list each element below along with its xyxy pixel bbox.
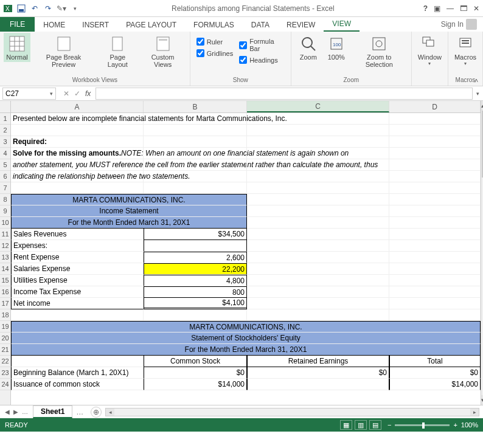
page-break-view-icon[interactable]: ▤ — [369, 420, 381, 430]
vertical-scrollbar[interactable]: ▴ ▾ — [481, 101, 483, 405]
sheet-nav-prev-icon[interactable]: ◀ — [5, 408, 10, 415]
new-sheet-button[interactable]: ⊕ — [91, 407, 102, 418]
collapse-ribbon-icon[interactable]: ᴧ — [474, 77, 478, 83]
cell[interactable] — [389, 263, 481, 275]
cell[interactable]: Net income — [11, 298, 144, 309]
sheet-nav-more-icon[interactable]: … — [72, 408, 87, 416]
headings-checkbox[interactable]: Headings — [239, 56, 285, 64]
cell[interactable]: $4,100 — [144, 298, 247, 309]
cell[interactable] — [247, 379, 389, 390]
cell[interactable] — [389, 205, 481, 217]
tab-data[interactable]: DATA — [243, 18, 278, 32]
cell[interactable]: 4,800 — [144, 275, 247, 286]
cell[interactable]: For the Month Ended March 31, 20X1 — [11, 217, 247, 229]
cell[interactable]: Solve for the missing amounts. NOTE: Whe… — [11, 148, 144, 159]
spreadsheet-grid[interactable]: 1 2 3 4 5 6 7 8 9 10 11 12 13 14 15 16 1… — [0, 101, 483, 405]
restore-icon[interactable]: 🗖 — [460, 4, 467, 13]
cell[interactable]: $0 — [389, 367, 481, 379]
cell[interactable] — [247, 205, 389, 217]
cell[interactable]: Expenses: — [11, 240, 144, 252]
cell[interactable]: 800 — [144, 286, 247, 298]
tab-page-layout[interactable]: PAGE LAYOUT — [117, 18, 185, 32]
cell[interactable] — [247, 159, 389, 171]
row-header[interactable]: 23 — [0, 367, 10, 379]
cell[interactable] — [389, 229, 481, 240]
cell[interactable]: another statement, you MUST reference th… — [11, 159, 144, 171]
cell[interactable]: For the Month Ended March 31, 20X1 — [11, 344, 481, 356]
cell[interactable] — [389, 309, 481, 321]
cell[interactable] — [247, 136, 389, 148]
cell[interactable] — [389, 240, 481, 252]
col-header[interactable]: B — [144, 101, 247, 112]
cell[interactable]: Common Stock — [144, 356, 247, 367]
cell[interactable] — [247, 309, 389, 321]
cell[interactable]: 22,200 — [144, 263, 247, 275]
cell[interactable] — [144, 136, 247, 148]
tab-review[interactable]: REVIEW — [278, 18, 324, 32]
row-header[interactable]: 12 — [0, 240, 10, 252]
normal-view-icon[interactable]: ▦ — [340, 420, 352, 430]
normal-view-button[interactable]: Normal — [4, 33, 30, 62]
cell[interactable]: $34,500 — [144, 229, 247, 240]
enter-icon[interactable]: ✓ — [74, 89, 80, 98]
page-layout-view-icon[interactable]: ▥ — [355, 420, 367, 430]
col-header[interactable]: D — [389, 101, 481, 112]
cell[interactable] — [389, 182, 481, 194]
row-header[interactable]: 5 — [0, 159, 10, 171]
cell[interactable]: Issuance of common stock — [11, 379, 144, 390]
zoom-slider-thumb[interactable] — [422, 422, 425, 429]
cell[interactable] — [247, 229, 389, 240]
row-header[interactable]: 10 — [0, 217, 10, 229]
cell[interactable]: Total — [389, 356, 481, 367]
sheet-nav-next-icon[interactable]: ▶ — [13, 408, 18, 415]
cell[interactable] — [144, 182, 247, 194]
zoom-button[interactable]: Zoom — [295, 33, 322, 62]
cell[interactable] — [247, 217, 389, 229]
cell[interactable] — [11, 125, 144, 136]
row-header[interactable]: 9 — [0, 205, 10, 217]
row-header[interactable]: 19 — [0, 321, 10, 333]
fx-icon[interactable]: fx — [85, 89, 91, 98]
tab-file[interactable]: FILE — [0, 17, 35, 32]
cell[interactable] — [389, 286, 481, 298]
cell[interactable]: Beginning Balance (March 1, 20X1) — [11, 367, 144, 379]
zoom-out-button[interactable]: − — [387, 421, 391, 429]
row-header[interactable]: 17 — [0, 298, 10, 309]
zoom-to-selection-button[interactable]: Zoom to Selection — [351, 33, 408, 69]
cell[interactable] — [389, 148, 481, 159]
row-header[interactable]: 15 — [0, 275, 10, 286]
row-header[interactable]: 3 — [0, 136, 10, 148]
cell[interactable] — [389, 298, 481, 309]
cell[interactable] — [389, 113, 481, 125]
cell[interactable] — [247, 252, 389, 263]
cell[interactable]: Income Tax Expense — [11, 286, 144, 298]
grid-body[interactable]: A B C D Presented below are incomplete f… — [11, 101, 481, 405]
cell[interactable] — [389, 217, 481, 229]
cell[interactable] — [247, 286, 389, 298]
expand-formula-bar-icon[interactable]: ▾ — [476, 91, 483, 97]
undo-icon[interactable]: ↶ — [29, 3, 40, 14]
cell[interactable] — [389, 159, 481, 171]
cell[interactable]: Income Statement — [11, 205, 247, 217]
scroll-right-icon[interactable]: ▸ — [470, 408, 479, 416]
row-header[interactable]: 11 — [0, 229, 10, 240]
scroll-left-icon[interactable]: ◂ — [106, 408, 114, 416]
chevron-down-icon[interactable]: ▾ — [50, 91, 53, 97]
minimize-icon[interactable]: — — [447, 4, 454, 13]
cell[interactable]: MARTA COMMUNICATIONS, INC. — [11, 194, 247, 205]
page-break-preview-button[interactable]: Page Break Preview — [32, 33, 96, 69]
cell[interactable] — [389, 275, 481, 286]
cell[interactable] — [11, 309, 144, 321]
custom-views-button[interactable]: Custom Views — [139, 33, 186, 69]
cell[interactable] — [11, 356, 144, 367]
cell[interactable]: MARTA COMMUNICATIONS, INC. — [11, 321, 481, 333]
zoom-100-button[interactable]: 100 100% — [323, 33, 350, 62]
cell[interactable]: Rent Expense — [11, 252, 144, 263]
cell[interactable] — [389, 252, 481, 263]
row-header[interactable]: 7 — [0, 182, 10, 194]
gridlines-checkbox[interactable]: Gridlines — [196, 49, 233, 57]
row-header[interactable]: 16 — [0, 286, 10, 298]
cell[interactable]: $0 — [144, 367, 247, 379]
cell[interactable] — [144, 240, 247, 252]
tab-insert[interactable]: INSERT — [74, 18, 117, 32]
